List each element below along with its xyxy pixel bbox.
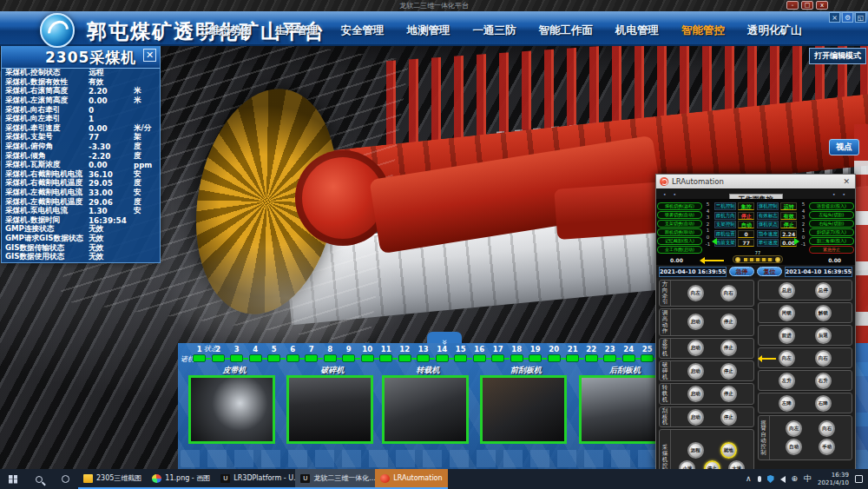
round-control-button[interactable]: 就地: [720, 442, 737, 459]
channel-cell[interactable]: 11: [377, 345, 396, 362]
channel-cell[interactable]: 22: [582, 345, 602, 362]
round-control-button[interactable]: 向左: [779, 350, 795, 367]
network-icon[interactable]: ⊕: [792, 475, 799, 483]
taskbar-app[interactable]: LRAutomation: [375, 469, 447, 489]
speaker-icon[interactable]: [780, 476, 786, 483]
function-button[interactable]: 跟机切换(联动): [657, 228, 702, 236]
round-control-button[interactable]: 停止: [720, 386, 737, 402]
gear-icon[interactable]: ⚙: [842, 12, 853, 23]
minimize-button[interactable]: -: [786, 1, 799, 10]
channel-cell[interactable]: 5: [265, 345, 284, 362]
channel-cell[interactable]: 15: [451, 345, 470, 362]
channel-cell[interactable]: 8: [321, 345, 340, 362]
nav-item-9[interactable]: 透明化矿山: [747, 23, 802, 38]
tray-expand-icon[interactable]: ∧: [746, 475, 752, 483]
function-button[interactable]: 割三角煤(投入): [809, 237, 854, 245]
nav-item-4[interactable]: 地测管理: [407, 23, 450, 38]
channel-cell[interactable]: 14: [433, 345, 452, 362]
channel-cell[interactable]: 9: [339, 345, 358, 362]
nav-item-6[interactable]: 智能工作面: [539, 23, 594, 38]
function-button[interactable]: 左端头(切割): [809, 211, 854, 219]
round-control-button[interactable]: 向左: [687, 285, 704, 301]
taskbar-app[interactable]: ULR3DPlatform - U...: [215, 469, 295, 489]
round-control-button[interactable]: 后退: [815, 327, 832, 344]
nav-item-8[interactable]: 智能管控: [681, 23, 725, 38]
round-control-button[interactable]: 总停: [815, 282, 832, 299]
channel-cell[interactable]: 19: [526, 345, 545, 362]
ime-indicator[interactable]: 中: [804, 475, 812, 483]
round-control-button[interactable]: 停止: [720, 340, 737, 356]
resize-icon[interactable]: ◱: [855, 12, 866, 23]
round-control-button[interactable]: 启动: [687, 314, 704, 330]
channel-cell[interactable]: 20: [545, 345, 564, 362]
camera-thumbnail[interactable]: [188, 375, 275, 444]
round-control-button[interactable]: 解锁: [815, 305, 832, 321]
round-control-button[interactable]: 启动: [687, 363, 704, 380]
nav-item-7[interactable]: 机电管理: [615, 23, 659, 38]
open-edit-mode-button[interactable]: 打开编辑模式: [809, 48, 866, 64]
nav-item-3[interactable]: 安全管理: [341, 23, 385, 38]
notification-center-icon[interactable]: [855, 475, 863, 483]
round-control-button[interactable]: 自动: [786, 439, 802, 455]
close-icon[interactable]: ✕: [841, 177, 852, 186]
taskbar-search-button[interactable]: [26, 469, 52, 489]
strip-collapse-tab[interactable]: »: [427, 332, 462, 343]
function-button[interactable]: 喷雾切换(自动): [657, 211, 702, 219]
channel-cell[interactable]: 4: [247, 345, 266, 362]
viewpoint-button[interactable]: 视点: [829, 139, 859, 155]
channel-cell[interactable]: 13: [414, 345, 433, 362]
channel-cell[interactable]: 23: [601, 345, 620, 362]
camera-thumbnail[interactable]: [286, 375, 373, 444]
camera-thumbnail[interactable]: [382, 375, 469, 444]
round-control-button[interactable]: 向右: [815, 350, 832, 367]
function-button[interactable]: 支架切换(自动): [657, 220, 702, 228]
round-control-button[interactable]: 远程: [687, 442, 704, 459]
camera-thumbnail[interactable]: [480, 375, 567, 444]
start-button[interactable]: [0, 469, 26, 489]
microphone-icon[interactable]: [758, 476, 761, 482]
close-icon[interactable]: ✕: [143, 49, 156, 62]
round-control-button[interactable]: 停止: [720, 409, 737, 426]
round-control-button[interactable]: 停止: [720, 314, 737, 330]
taskbar-clock[interactable]: 16:39 2021/4/10: [818, 472, 849, 487]
round-control-button[interactable]: 右降: [815, 395, 832, 412]
camera-thumbnail[interactable]: [579, 375, 666, 444]
round-control-button[interactable]: 右升: [815, 373, 832, 389]
lrautomation-titlebar[interactable]: LRAutomation ✕: [656, 175, 855, 188]
function-button[interactable]: 记忆截割(投入): [657, 237, 702, 245]
taskbar-app[interactable]: U龙软二三维一体化...: [295, 469, 375, 489]
function-button[interactable]: 右端头(切割): [809, 220, 854, 228]
round-control-button[interactable]: 左升: [779, 373, 795, 389]
security-shield-icon[interactable]: [767, 475, 774, 483]
round-control-button[interactable]: 手动: [819, 439, 835, 455]
channel-cell[interactable]: 7: [302, 345, 321, 362]
channel-cell[interactable]: 1: [190, 345, 209, 362]
nav-item-5[interactable]: 一通三防: [473, 23, 516, 38]
round-control-button[interactable]: 闭锁: [779, 305, 795, 321]
channel-cell[interactable]: 3: [227, 345, 247, 362]
round-control-button[interactable]: 启动: [687, 409, 704, 426]
estop-pill-button[interactable]: 急停: [729, 267, 754, 276]
taskbar-app[interactable]: 11.png - 画图: [147, 469, 215, 489]
channel-cell[interactable]: 6: [284, 345, 303, 362]
channel-cell[interactable]: 18: [508, 345, 527, 362]
channel-cell[interactable]: 16: [470, 345, 490, 362]
round-control-button[interactable]: 停止: [720, 363, 737, 380]
cortana-button[interactable]: [52, 469, 78, 489]
channel-cell[interactable]: 21: [563, 345, 582, 362]
round-control-button[interactable]: 向右: [819, 420, 835, 437]
nav-item-2[interactable]: 生产管理: [275, 23, 319, 38]
function-button[interactable]: 语音提示(投入): [809, 202, 854, 210]
reset-pill-button[interactable]: 复位: [757, 267, 782, 276]
channel-cell[interactable]: 12: [396, 345, 415, 362]
round-control-button[interactable]: 总启: [779, 282, 795, 299]
round-control-button[interactable]: 向右: [720, 285, 737, 301]
round-control-button[interactable]: 向左: [786, 420, 802, 437]
round-control-button[interactable]: 前进: [779, 327, 795, 344]
channel-cell[interactable]: 25: [638, 345, 657, 362]
channel-cell[interactable]: 2: [209, 345, 228, 362]
tools-icon[interactable]: ⨯: [829, 12, 840, 23]
maximize-button[interactable]: □: [801, 1, 813, 10]
round-control-button[interactable]: 启动: [687, 386, 704, 402]
function-button[interactable]: 煤机切换(远程): [657, 202, 702, 210]
